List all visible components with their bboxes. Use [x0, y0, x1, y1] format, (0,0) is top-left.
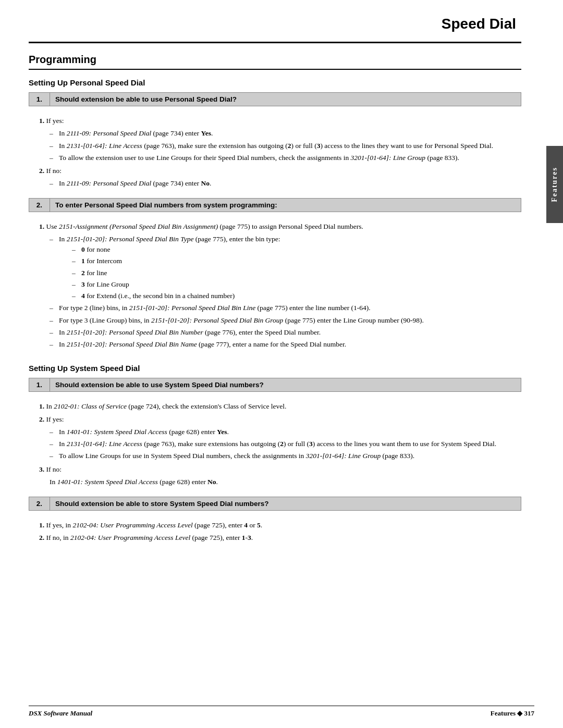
subsection1-header: Setting Up Personal Speed Dial	[29, 78, 521, 87]
personal-step1-item1-text: If yes:	[46, 117, 64, 125]
personal-step1-header: Should extension be able to use Personal…	[50, 93, 521, 106]
personal-step2-sub-bullet4: In 2151-[01-20]: Personal Speed Dial Bin…	[50, 327, 516, 338]
system-step1-item2: 2. If yes:	[39, 414, 516, 425]
personal-step1-item2-label: 2.	[39, 167, 44, 175]
personal-step1-no-list: In 2111-09: Personal Speed Dial (page 73…	[50, 178, 516, 189]
main-content: Speed Dial Programming Setting Up Person…	[0, 0, 563, 728]
system-step1-item3-label: 3.	[39, 465, 44, 473]
personal-step1-bullet1: In 2111-09: Personal Speed Dial (page 73…	[50, 128, 516, 139]
page-title: Speed Dial	[29, 16, 521, 32]
system-step2-item2: 2. If no, in 2102-04: User Programming A…	[39, 533, 516, 543]
personal-step1-num: 1.	[29, 93, 50, 106]
personal-step2-dash-list: In 2151-[01-20]: Personal Speed Dial Bin…	[50, 234, 516, 350]
bin-type-0: 0 for none	[72, 244, 516, 255]
personal-step1-row: 1. Should extension be able to use Perso…	[29, 93, 521, 106]
system-step1-num: 1.	[29, 378, 50, 392]
personal-step1-item1: 1. If yes:	[39, 116, 516, 126]
system-step1-item2-label: 2.	[39, 415, 44, 423]
section-header: Programming	[29, 54, 521, 66]
bin-type-2: 2 for line	[72, 268, 516, 278]
features-side-tab: Features	[546, 146, 563, 223]
page-footer: DSX Software Manual Features ◆ 317	[29, 706, 534, 718]
system-step2-table: 2. Should extension be able to store Sys…	[29, 497, 521, 511]
system-step1-item1-text: In 2102-01: Class of Service (page 724),…	[46, 402, 287, 410]
system-step1-bullet3: To allow Line Groups for use in System S…	[50, 451, 516, 461]
personal-step1-table: 1. Should extension be able to use Perso…	[29, 92, 521, 106]
bin-type-3: 3 for Line Group	[72, 279, 516, 290]
personal-step2-item1-label: 1.	[39, 223, 44, 230]
page-container: Features Speed Dial Programming Setting …	[0, 0, 563, 728]
system-step2-header: Should extension be able to store System…	[50, 497, 521, 511]
system-step2-item1: 1. If yes, in 2102-04: User Programming …	[39, 520, 516, 530]
personal-step1-yes-list: In 2111-09: Personal Speed Dial (page 73…	[50, 128, 516, 163]
personal-step1-item2: 2. If no:	[39, 166, 516, 176]
system-step2-num: 2.	[29, 497, 50, 511]
personal-step1-item2-text: If no:	[46, 167, 62, 175]
personal-step2-sub-bullet2: For type 2 (line) bins, in 2151-[01-20]:…	[50, 303, 516, 313]
bin-type-1: 1 for Intercom	[72, 256, 516, 266]
side-tab-label: Features	[550, 167, 559, 202]
system-step2-item1-label: 1.	[39, 521, 44, 529]
system-step1-bullet2: In 2131-[01-64]: Line Access (page 763),…	[50, 439, 516, 449]
personal-step2-header: To enter Personal Speed Dial numbers fro…	[50, 198, 521, 212]
personal-step2-content: 1. Use 2151-Assignment (Personal Speed D…	[29, 218, 521, 355]
personal-step2-num: 2.	[29, 198, 50, 212]
footer-left: DSX Software Manual	[29, 709, 92, 718]
system-step1-row: 1. Should extension be able to use Syste…	[29, 378, 521, 392]
system-step1-item2-text: If yes:	[46, 415, 64, 423]
system-step1-item1: 1. In 2102-01: Class of Service (page 72…	[39, 401, 516, 412]
personal-step1-item1-label: 1.	[39, 117, 44, 125]
personal-step1-bullet4: In 2111-09: Personal Speed Dial (page 73…	[50, 178, 516, 189]
personal-step2-sub-bullet3: For type 3 (Line Group) bins, in 2151-[0…	[50, 315, 516, 326]
personal-step1-content: 1. If yes: In 2111-09: Personal Speed Di…	[29, 113, 521, 194]
personal-step1-bullet3: To allow the extension user to use Line …	[50, 153, 516, 163]
system-step1-table: 1. Should extension be able to use Syste…	[29, 378, 521, 392]
footer-right: Features ◆ 317	[491, 709, 534, 718]
system-step1-header: Should extension be able to use System S…	[50, 378, 521, 392]
personal-step2-row: 2. To enter Personal Speed Dial numbers …	[29, 198, 521, 212]
system-step1-content: 1. In 2102-01: Class of Service (page 72…	[29, 398, 521, 492]
personal-step1-bullet2: In 2131-[01-64]: Line Access (page 763),…	[50, 141, 516, 151]
system-step2-row: 2. Should extension be able to store Sys…	[29, 497, 521, 511]
personal-step2-bin-types: 0 for none 1 for Intercom 2 for line 3 f…	[72, 244, 516, 301]
system-step1-item3: 3. If no:	[39, 464, 516, 475]
system-step1-item1-label: 1.	[39, 402, 44, 410]
section-rule	[29, 69, 521, 70]
bin-type-4: 4 for Extend (i.e., the second bin in a …	[72, 291, 516, 301]
system-step2-item2-label: 2.	[39, 534, 44, 541]
personal-step2-sub-bullet1: In 2151-[01-20]: Personal Speed Dial Bin…	[50, 234, 516, 302]
system-step1-no-detail: In 1401-01: System Speed Dial Access (pa…	[50, 477, 516, 487]
personal-step2-item1-intro: Use 2151-Assignment (Personal Speed Dial…	[46, 223, 363, 230]
title-rule	[29, 42, 521, 43]
system-step2-content: 1. If yes, in 2102-04: User Programming …	[29, 517, 521, 549]
system-step2-item1-text: If yes, in 2102-04: User Programming Acc…	[46, 521, 263, 529]
personal-step2-item1: 1. Use 2151-Assignment (Personal Speed D…	[39, 221, 516, 232]
system-step1-bullet1: In 1401-01: System Speed Dial Access (pa…	[50, 427, 516, 437]
system-step1-item3-text: If no:	[46, 465, 62, 473]
system-step1-yes-list: In 1401-01: System Speed Dial Access (pa…	[50, 427, 516, 462]
personal-step2-table: 2. To enter Personal Speed Dial numbers …	[29, 198, 521, 212]
system-step2-item2-text: If no, in 2102-04: User Programming Acce…	[46, 534, 253, 541]
personal-step2-sub-bullet5: In 2151-[01-20]: Personal Speed Dial Bin…	[50, 339, 516, 350]
subsection2-header: Setting Up System Speed Dial	[29, 364, 521, 373]
